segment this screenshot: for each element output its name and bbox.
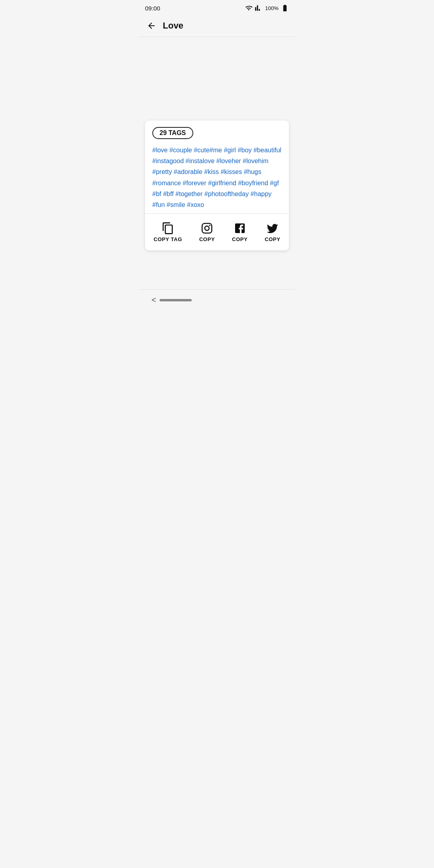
twitter-icon xyxy=(266,222,279,235)
copy-facebook-button[interactable]: COPY xyxy=(228,219,252,245)
back-arrow-icon xyxy=(147,21,156,31)
bottom-nav: < xyxy=(139,289,295,313)
signal-icon xyxy=(255,4,262,12)
copy-facebook-label: COPY xyxy=(232,236,248,242)
facebook-icon xyxy=(233,222,246,235)
card-body: 29 TAGS #love #couple #cute#me #girl #bo… xyxy=(145,121,289,213)
copy-instagram-button[interactable]: COPY xyxy=(195,219,219,245)
battery-text: 100% xyxy=(265,5,278,11)
copy-tag-label: COPY TAG xyxy=(154,236,182,242)
status-bar: 09:00 100% xyxy=(139,0,295,14)
nav-back-button[interactable]: < xyxy=(148,294,160,306)
copy-twitter-label: COPY xyxy=(265,236,280,242)
top-bar: Love xyxy=(139,14,295,37)
action-row: COPY TAG COPY COPY COPY xyxy=(145,214,289,250)
copy-tag-button[interactable]: COPY TAG xyxy=(149,219,186,245)
copy-instagram-label: COPY xyxy=(199,236,215,242)
status-time: 09:00 xyxy=(145,5,160,12)
battery-icon xyxy=(281,4,289,12)
hashtag-text: #love #couple #cute#me #girl #boy #beaut… xyxy=(152,145,282,210)
wifi-icon xyxy=(245,4,252,12)
copy-icon xyxy=(162,222,174,235)
hashtag-card: 29 TAGS #love #couple #cute#me #girl #bo… xyxy=(145,121,289,250)
back-button[interactable] xyxy=(145,19,158,32)
copy-twitter-button[interactable]: COPY xyxy=(261,219,285,245)
tags-count-badge: 29 TAGS xyxy=(152,127,193,139)
page-title: Love xyxy=(163,20,183,31)
status-icons: 100% xyxy=(245,4,289,12)
ad-banner xyxy=(145,45,289,117)
main-content: 29 TAGS #love #couple #cute#me #girl #bo… xyxy=(139,37,295,289)
instagram-icon xyxy=(201,222,213,235)
nav-home-pill[interactable] xyxy=(160,299,192,301)
